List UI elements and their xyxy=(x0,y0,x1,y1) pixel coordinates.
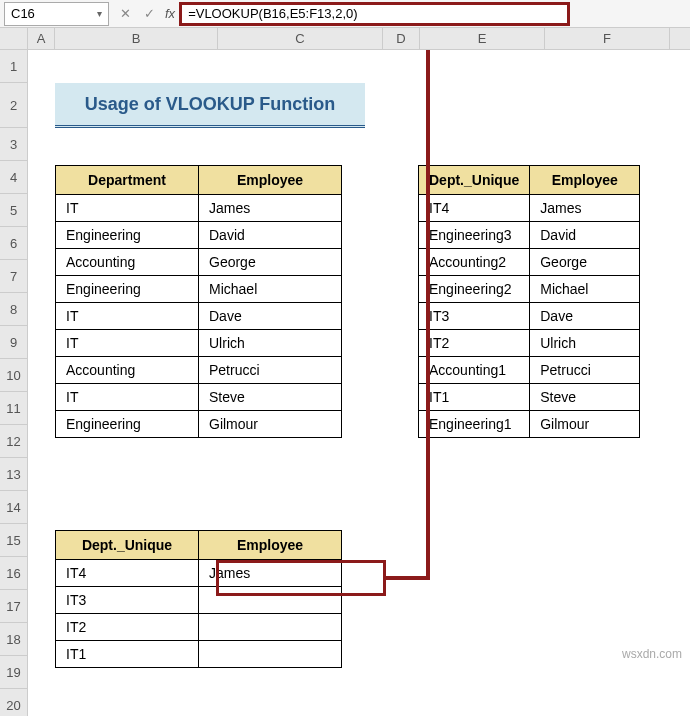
cell[interactable]: Steve xyxy=(530,384,640,411)
spreadsheet-grid: 1 2 3 4 5 6 7 8 9 10 11 12 13 14 15 16 1… xyxy=(0,50,690,716)
cell[interactable]: Accounting xyxy=(56,357,199,384)
col-header-e[interactable]: E xyxy=(420,28,545,49)
row-header[interactable]: 4 xyxy=(0,161,28,194)
row-header[interactable]: 17 xyxy=(0,590,28,623)
row-header[interactable]: 14 xyxy=(0,491,28,524)
row-header[interactable]: 16 xyxy=(0,557,28,590)
cell[interactable]: Petrucci xyxy=(199,357,342,384)
row-header[interactable]: 2 xyxy=(0,83,28,128)
cell[interactable] xyxy=(199,641,342,668)
row-header[interactable]: 7 xyxy=(0,260,28,293)
row-header[interactable]: 5 xyxy=(0,194,28,227)
cell[interactable]: Engineering1 xyxy=(419,411,530,438)
col-header-b[interactable]: B xyxy=(55,28,218,49)
row-header[interactable]: 18 xyxy=(0,623,28,656)
row-header[interactable]: 6 xyxy=(0,227,28,260)
row-header[interactable]: 15 xyxy=(0,524,28,557)
formula-bar[interactable]: =VLOOKUP(B16,E5:F13,2,0) xyxy=(179,2,570,26)
chevron-down-icon[interactable]: ▾ xyxy=(97,8,102,19)
cell[interactable]: Accounting2 xyxy=(419,249,530,276)
name-box-value: C16 xyxy=(11,6,97,21)
row-header[interactable]: 3 xyxy=(0,128,28,161)
cell[interactable]: Dave xyxy=(199,303,342,330)
th[interactable]: Employee xyxy=(199,166,342,195)
row-header[interactable]: 11 xyxy=(0,392,28,425)
cells-area[interactable]: Usage of VLOOKUP Function DepartmentEmpl… xyxy=(28,50,690,716)
cell[interactable]: Gilmour xyxy=(530,411,640,438)
cell[interactable]: IT xyxy=(56,195,199,222)
cell[interactable]: Michael xyxy=(530,276,640,303)
cell[interactable]: Petrucci xyxy=(530,357,640,384)
cell[interactable]: Engineering xyxy=(56,222,199,249)
cell[interactable]: James xyxy=(530,195,640,222)
col-header-d[interactable]: D xyxy=(383,28,420,49)
cancel-icon[interactable]: ✕ xyxy=(115,4,135,24)
name-box[interactable]: C16 ▾ xyxy=(4,2,109,26)
cell[interactable]: Engineering xyxy=(56,411,199,438)
table-unique: Dept._UniqueEmployee IT4James Engineerin… xyxy=(418,165,640,438)
th[interactable]: Dept._Unique xyxy=(419,166,530,195)
col-header-f[interactable]: F xyxy=(545,28,670,49)
cell[interactable]: David xyxy=(530,222,640,249)
cell[interactable]: Engineering3 xyxy=(419,222,530,249)
th[interactable]: Department xyxy=(56,166,199,195)
cell[interactable]: IT xyxy=(56,330,199,357)
cell[interactable]: IT2 xyxy=(56,614,199,641)
cell[interactable]: James xyxy=(199,560,342,587)
fx-icon[interactable]: fx xyxy=(165,6,175,21)
row-header[interactable]: 12 xyxy=(0,425,28,458)
cell[interactable]: IT3 xyxy=(56,587,199,614)
cell[interactable]: David xyxy=(199,222,342,249)
cell[interactable]: George xyxy=(199,249,342,276)
cell[interactable]: Ulrich xyxy=(530,330,640,357)
th[interactable]: Dept._Unique xyxy=(56,531,199,560)
cell[interactable] xyxy=(199,587,342,614)
th[interactable]: Employee xyxy=(199,531,342,560)
cell[interactable]: Dave xyxy=(530,303,640,330)
row-header[interactable]: 8 xyxy=(0,293,28,326)
cell[interactable]: George xyxy=(530,249,640,276)
cell[interactable]: Engineering2 xyxy=(419,276,530,303)
accept-icon[interactable]: ✓ xyxy=(139,4,159,24)
cell[interactable]: Accounting1 xyxy=(419,357,530,384)
th[interactable]: Employee xyxy=(530,166,640,195)
formula-text: =VLOOKUP(B16,E5:F13,2,0) xyxy=(188,6,357,21)
cell[interactable]: Steve xyxy=(199,384,342,411)
cell[interactable]: IT xyxy=(56,384,199,411)
row-header[interactable]: 10 xyxy=(0,359,28,392)
cell[interactable]: Gilmour xyxy=(199,411,342,438)
page-title: Usage of VLOOKUP Function xyxy=(55,83,365,128)
cell[interactable]: James xyxy=(199,195,342,222)
cell[interactable]: IT1 xyxy=(419,384,530,411)
cell[interactable]: Engineering xyxy=(56,276,199,303)
cell[interactable]: Accounting xyxy=(56,249,199,276)
watermark: wsxdn.com xyxy=(622,647,682,661)
cell[interactable]: IT xyxy=(56,303,199,330)
row-headers: 1 2 3 4 5 6 7 8 9 10 11 12 13 14 15 16 1… xyxy=(0,50,28,716)
cell[interactable] xyxy=(199,614,342,641)
col-header-c[interactable]: C xyxy=(218,28,383,49)
row-header[interactable]: 9 xyxy=(0,326,28,359)
row-header[interactable]: 20 xyxy=(0,689,28,716)
formula-toolbar: C16 ▾ ✕ ✓ fx =VLOOKUP(B16,E5:F13,2,0) xyxy=(0,0,690,28)
column-headers: A B C D E F xyxy=(0,28,690,50)
select-all-corner[interactable] xyxy=(0,28,28,49)
col-header-a[interactable]: A xyxy=(28,28,55,49)
cell[interactable]: Michael xyxy=(199,276,342,303)
cell[interactable]: IT2 xyxy=(419,330,530,357)
cell[interactable]: Ulrich xyxy=(199,330,342,357)
row-header[interactable]: 19 xyxy=(0,656,28,689)
table-source: DepartmentEmployee ITJames EngineeringDa… xyxy=(55,165,342,438)
cell[interactable]: IT4 xyxy=(56,560,199,587)
row-header[interactable]: 1 xyxy=(0,50,28,83)
cell[interactable]: IT1 xyxy=(56,641,199,668)
table-result: Dept._UniqueEmployee IT4James IT3 IT2 IT… xyxy=(55,530,342,668)
cell[interactable]: IT4 xyxy=(419,195,530,222)
cell[interactable]: IT3 xyxy=(419,303,530,330)
row-header[interactable]: 13 xyxy=(0,458,28,491)
